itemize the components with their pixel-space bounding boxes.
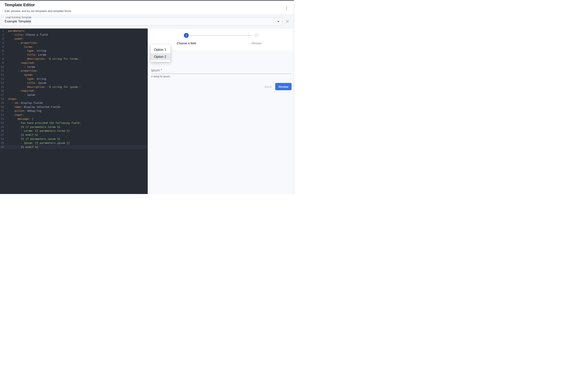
line-number: 13 xyxy=(0,77,4,81)
line-number: 4 xyxy=(0,41,4,45)
line-code: action: debug:log xyxy=(8,109,41,113)
load-template-select[interactable]: Load Existing Template Example Template xyxy=(2,17,282,25)
line-code: - lorem xyxy=(8,65,35,69)
line-number: 15 xyxy=(0,85,4,89)
editor-line: 8 description: 'A string for lorem.' xyxy=(0,57,148,61)
editor-line: 24 You have provided the following field… xyxy=(0,121,148,125)
line-code: - title: Choose a field xyxy=(8,33,48,37)
editor-line: 25 {% if parameters.lorem %} xyxy=(0,125,148,129)
line-number: 28 xyxy=(0,137,4,141)
editor-line: 30 {% endif %} xyxy=(0,145,148,149)
line-code: name: Display Selected Fields xyxy=(8,105,60,109)
editor-line: 20 name: Display Selected Fields xyxy=(0,105,148,109)
page-subtitle: Edit, preview, and try out templates and… xyxy=(5,9,71,13)
close-icon[interactable] xyxy=(285,20,289,23)
editor-line: 11 - properties: xyxy=(0,69,148,73)
menu-option-1[interactable]: Option 1 xyxy=(151,46,171,53)
step-2-label: Review xyxy=(236,42,277,45)
review-button[interactable]: Review xyxy=(275,83,292,90)
line-code: oneOf: xyxy=(8,37,24,41)
line-number: 14 xyxy=(0,81,4,85)
line-code: title: Lorem xyxy=(8,53,46,57)
editor-line: 5 lorem: xyxy=(0,45,148,49)
line-code: - id: display-fields xyxy=(8,101,43,105)
editor-line: 29 - Ipsum: {{ parameters.ipsum }} xyxy=(0,141,148,145)
ipsum-field-input[interactable] xyxy=(151,70,291,74)
page-title: Template Editor xyxy=(5,3,35,7)
line-code: {% if parameters.lorem %} xyxy=(8,125,60,129)
line-number: 9 xyxy=(0,61,4,65)
line-code: ipsum: xyxy=(8,73,33,77)
load-template-select-value: Example Template xyxy=(5,18,31,25)
line-code: - ipsum xyxy=(8,93,35,97)
editor-line: 14 title: Ipsum xyxy=(0,81,148,85)
stepper-connector xyxy=(190,35,252,36)
line-number: 27 xyxy=(0,133,4,137)
line-number: 17 xyxy=(0,93,4,97)
editor-line: 17 - ipsum xyxy=(0,93,148,97)
line-code: title: Ipsum xyxy=(8,81,46,85)
caret-down-icon[interactable] xyxy=(277,21,280,22)
select-options-menu: Option 1 Option 2 xyxy=(151,45,171,62)
line-code: description: 'A string for lorem.' xyxy=(8,57,81,61)
editor-line: 22 input: xyxy=(0,113,148,117)
line-number: 20 xyxy=(0,105,4,109)
template-loader-section: Load Existing Template Example Template xyxy=(0,15,294,28)
line-code: You have provided the following field: xyxy=(8,121,81,125)
line-code: - Lorem: {{ parameters.lorem }} xyxy=(8,129,70,133)
yaml-code-editor[interactable]: 1 parameters: 2 - title: Choose a field … xyxy=(0,28,148,194)
line-code: - properties: xyxy=(8,41,38,45)
line-number: 18 xyxy=(0,97,4,101)
editor-line: 28 {% if parameters.ipsum %} xyxy=(0,137,148,141)
line-code: lorem: xyxy=(8,45,33,49)
template-editor-page: Template Editor Edit, preview, and try o… xyxy=(0,0,294,194)
line-number: 16 xyxy=(0,89,4,93)
editor-line: 18 steps: xyxy=(0,97,148,101)
editor-line: 12 ipsum: xyxy=(0,73,148,77)
line-code: type: string xyxy=(8,49,46,53)
editor-line: 1 parameters: xyxy=(0,29,148,33)
line-number: 25 xyxy=(0,125,4,129)
step-1-circle: 1 xyxy=(184,33,189,38)
editor-line: 3 oneOf: xyxy=(0,37,148,41)
line-number: 5 xyxy=(0,45,4,49)
editor-line: 2 - title: Choose a field xyxy=(0,33,148,37)
more-vert-icon[interactable] xyxy=(284,6,288,11)
line-number: 26 xyxy=(0,129,4,133)
line-number: 6 xyxy=(0,49,4,53)
back-button[interactable]: Back xyxy=(262,83,274,90)
line-number: 12 xyxy=(0,73,4,77)
line-number: 2 xyxy=(0,33,4,37)
step-1-label: Choose a field xyxy=(166,42,207,45)
line-code: {% endif %} xyxy=(8,133,38,137)
line-number: 19 xyxy=(0,101,4,105)
editor-line: 13 type: string xyxy=(0,77,148,81)
line-number: 29 xyxy=(0,141,4,145)
editor-line: 23 message: | xyxy=(0,117,148,121)
editor-line: 7 title: Lorem xyxy=(0,53,148,57)
editor-line: 26 - Lorem: {{ parameters.lorem }} xyxy=(0,129,148,133)
line-code: input: xyxy=(8,113,24,117)
line-code: {% if parameters.ipsum %} xyxy=(8,137,60,141)
editor-line: 9 required: xyxy=(0,61,148,65)
editor-line: 27 {% endif %} xyxy=(0,133,148,137)
page-header: Template Editor Edit, preview, and try o… xyxy=(0,0,294,15)
line-number: 30 xyxy=(0,145,4,149)
line-number: 22 xyxy=(0,113,4,117)
line-number: 11 xyxy=(0,69,4,73)
line-code: required: xyxy=(8,61,35,65)
line-number: 3 xyxy=(0,37,4,41)
editor-line: 15 description: 'A string for ipsum.' xyxy=(0,85,148,89)
ipsum-field-helper: A string for ipsum. xyxy=(151,75,171,78)
line-number: 10 xyxy=(0,65,4,69)
line-number: 1 xyxy=(0,29,4,33)
menu-option-2[interactable]: Option 2 xyxy=(151,53,171,60)
line-code: {% endif %} xyxy=(8,145,38,149)
editor-line: 19 - id: display-fields xyxy=(0,101,148,105)
line-number: 24 xyxy=(0,121,4,125)
step-2-circle: 2 xyxy=(254,33,259,38)
line-number: 7 xyxy=(0,53,4,57)
line-code: parameters: xyxy=(8,29,25,33)
line-code: description: 'A string for ipsum.' xyxy=(8,85,81,89)
line-code: required: xyxy=(8,89,35,93)
